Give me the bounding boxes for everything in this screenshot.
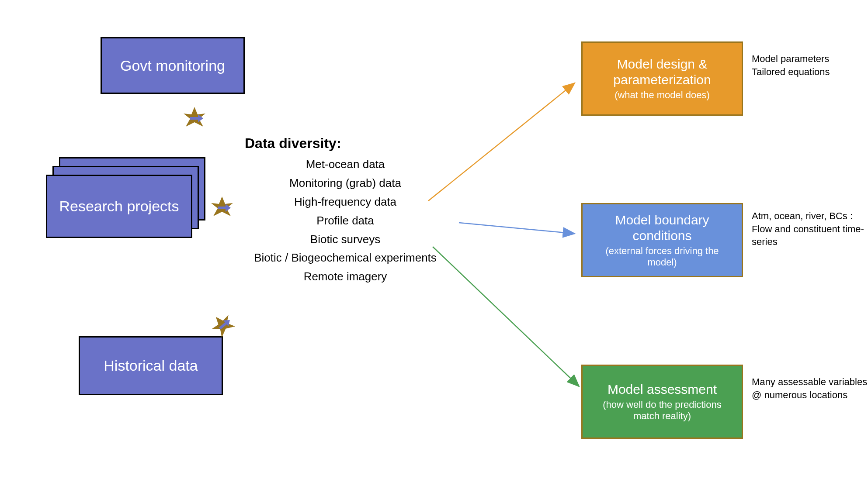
output-subtitle-boundary: (external forces driving the model) — [590, 245, 735, 269]
svg-line-0 — [428, 83, 575, 201]
connector-arrow-blue — [459, 218, 581, 245]
output-title-boundary: Model boundary conditions — [590, 212, 735, 244]
connector-arrow-orange — [428, 79, 581, 205]
annotation-assessment: Many assessable variables @ numerous loc… — [752, 376, 868, 401]
source-label-govt: Govt monitoring — [120, 57, 225, 74]
burst-arrow-icon — [181, 105, 208, 131]
output-subtitle-assessment: (how well do the predictions match reali… — [590, 399, 735, 422]
center-list-item: High-frequency data — [236, 193, 455, 211]
center-list-item: Biotic surveys — [236, 230, 455, 249]
output-title-assessment: Model assessment — [608, 382, 717, 397]
svg-line-2 — [433, 247, 579, 386]
connector-arrow-green — [433, 242, 586, 395]
output-box-design: Model design & parameterization (what th… — [581, 41, 743, 116]
annotation-design: Model parameters Tailored equations — [752, 52, 868, 78]
output-box-boundary: Model boundary conditions (external forc… — [581, 203, 743, 277]
source-box-research: Research projects — [46, 175, 192, 238]
output-subtitle-design: (what the model does) — [615, 90, 710, 101]
source-label-research: Research projects — [59, 198, 179, 215]
svg-line-1 — [459, 223, 575, 234]
source-box-historical: Historical data — [79, 336, 223, 395]
source-box-govt: Govt monitoring — [101, 37, 245, 94]
center-list-item: Profile data — [236, 211, 455, 230]
center-list-item: Met-ocean data — [236, 155, 455, 174]
output-title-design: Model design & parameterization — [590, 56, 735, 88]
source-label-historical: Historical data — [104, 357, 198, 374]
annotation-boundary: Atm, ocean, river, BCs : Flow and consti… — [752, 210, 868, 248]
output-box-assessment: Model assessment (how well do the predic… — [581, 365, 743, 439]
center-heading: Data diversity: — [245, 135, 341, 152]
center-list: Met-ocean data Monitoring (grab) data Hi… — [236, 155, 455, 286]
center-list-item: Remote imagery — [236, 267, 455, 286]
center-list-item: Biotic / Biogeochemical experiments — [236, 248, 455, 267]
burst-arrow-icon — [209, 194, 235, 220]
center-list-item: Monitoring (grab) data — [236, 174, 455, 193]
